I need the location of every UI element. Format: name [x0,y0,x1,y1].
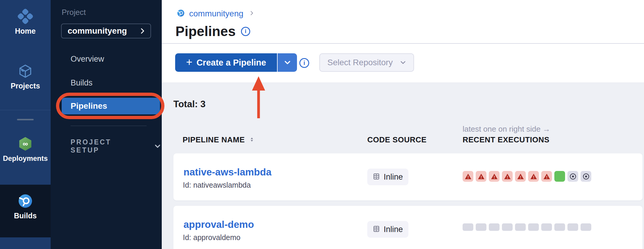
page-title: Pipelines [175,23,236,39]
column-header-pipeline-name[interactable]: PIPELINE NAME [183,135,255,144]
inline-store-icon [373,225,380,234]
execution-status-empty [476,223,486,231]
execution-status-empty [515,223,526,231]
toolbar: + Create a Pipeline i Select Repository [162,44,644,83]
create-pipeline-label: Create a Pipeline [197,58,266,68]
sidebar-item-label: Home [15,27,35,35]
ci-module-icon [177,9,185,18]
sidebar-item-deployments[interactable]: ∞ Deployments [0,136,51,163]
execution-status-empty [502,223,513,231]
code-source-badge-label: Inline [384,172,403,182]
execution-status-empty [528,223,539,231]
chevron-right-icon [139,27,146,35]
project-sidebar: Project communityeng Overview Builds Pip… [51,0,162,249]
chevron-down-icon [153,142,162,150]
column-header-recent-executions: RECENT EXECUTIONS [463,135,550,144]
sidebar-item-project-builds[interactable]: Builds [71,78,93,88]
code-source-badge: Inline [367,169,408,185]
primary-sidebar: Home Projects ∞ Deployments [0,0,51,249]
execution-status-empty [489,223,500,231]
execution-status-success[interactable] [554,171,565,182]
executions-note: latest one on right side → [463,125,550,134]
selected-project-name: communityeng [68,26,127,36]
breadcrumb: communityeng [177,9,255,18]
repository-select-label: Select Repository [327,58,393,67]
breadcrumb-project-link[interactable]: communityeng [189,9,243,18]
project-setup-section[interactable]: PROJECT SETUP [71,138,162,154]
pipeline-name-link[interactable]: approval-demo [183,219,254,230]
chevron-down-icon [399,59,407,66]
deployments-icon: ∞ [17,136,33,152]
sidebar-item-projects[interactable]: Projects [0,63,51,90]
sort-icon[interactable] [249,135,255,144]
execution-status-aborted[interactable] [567,171,578,182]
sidebar-item-label: Projects [11,82,40,90]
pipelines-body: Total: 3 PIPELINE NAME CODE SOURCE lates… [162,83,644,249]
sidebar-item-label: Builds [14,211,37,220]
sidebar-item-label: Pipelines [71,101,107,111]
sidebar-item-pipelines[interactable]: Pipelines [62,98,160,114]
builds-icon [17,193,33,209]
execution-status-empty [463,223,473,231]
svg-text:∞: ∞ [23,140,28,148]
project-selector[interactable]: communityeng [61,24,151,38]
recent-executions [463,171,591,182]
pipeline-name-link[interactable]: native-aws-lambda [183,166,271,178]
home-icon [17,8,33,24]
app-root: Home Projects ∞ Deployments [0,0,644,249]
sidebar-section-divider [0,110,51,110]
create-pipeline-main[interactable]: + Create a Pipeline [175,53,277,72]
execution-status-failed[interactable] [489,171,500,182]
recent-executions [463,223,591,231]
create-pipeline-caret[interactable] [278,53,297,72]
create-pipeline-button[interactable]: + Create a Pipeline [175,53,297,72]
sidebar-item-label: Deployments [3,154,48,163]
projects-icon [17,63,33,79]
code-source-badge-label: Inline [384,225,403,234]
execution-status-failed[interactable] [463,171,473,182]
column-header-code-source: CODE SOURCE [367,135,427,144]
inline-store-icon [373,173,380,181]
main-content: communityeng Pipelines i + Create a Pipe… [162,0,644,249]
pipeline-id: Id: approvaldemo [183,233,240,242]
sidebar-item-overview[interactable]: Overview [71,55,104,64]
project-setup-label: PROJECT SETUP [71,138,142,154]
total-count: Total: 3 [173,99,206,110]
execution-status-empty [554,223,565,231]
code-source-badge: Inline [367,221,408,238]
sidebar-drag-handle[interactable] [17,119,34,120]
execution-status-failed[interactable] [502,171,513,182]
execution-status-failed[interactable] [476,171,486,182]
pipeline-row: approval-demo Id: approvaldemo Inline [173,206,643,249]
execution-status-empty [541,223,552,231]
execution-status-failed[interactable] [541,171,552,182]
execution-status-failed[interactable] [515,171,526,182]
execution-status-empty [567,223,578,231]
sidebar-item-home[interactable]: Home [0,8,51,35]
sidebar-item-builds[interactable]: Builds [0,193,51,220]
repository-select[interactable]: Select Repository [319,53,414,72]
execution-status-failed[interactable] [528,171,539,182]
title-info-icon[interactable]: i [241,27,250,36]
page-header: communityeng Pipelines i [162,0,644,43]
active-module-section: Builds [0,185,51,237]
execution-status-empty [581,223,591,231]
pipeline-list: native-aws-lambda Id: nativeawslambda In… [173,153,643,249]
pipeline-id: Id: nativeawslambda [183,181,251,189]
create-info-icon[interactable]: i [299,58,309,68]
execution-status-aborted[interactable] [581,171,591,182]
project-label: Project [62,8,86,17]
chevron-right-icon [249,10,255,17]
sidebar-divider [71,126,147,126]
plus-icon: + [186,57,192,68]
pipeline-row: native-aws-lambda Id: nativeawslambda In… [173,153,643,200]
